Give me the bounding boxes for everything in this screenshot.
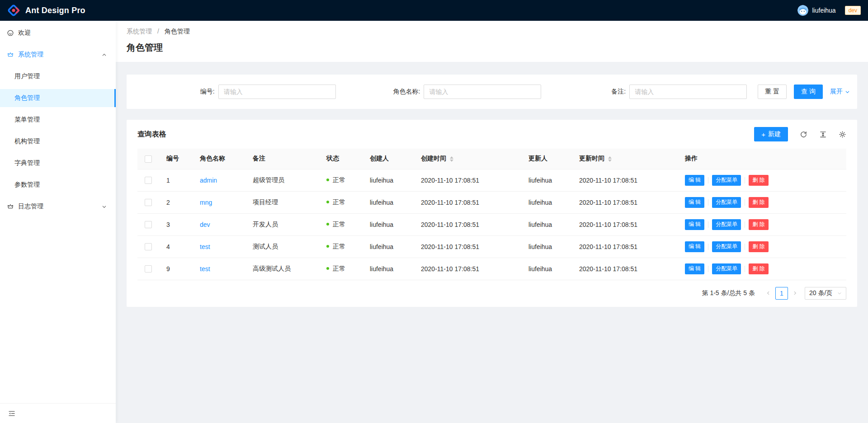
search-button[interactable]: 查 询 [794,85,823,99]
new-button[interactable]: + 新建 [754,127,788,141]
user-menu[interactable]: liufeihua [797,5,839,16]
expand-toggle[interactable]: 展开 [830,88,850,96]
cell-id: 2 [159,191,193,213]
delete-button[interactable]: 删 除 [749,197,768,208]
column-height-icon[interactable] [819,131,827,138]
field-role-name-input[interactable] [424,85,541,99]
sidebar-item-label: 参数管理 [14,181,40,189]
table-toolbar: 查询表格 + 新建 [127,120,857,149]
sidebar-item-params[interactable]: 参数管理 [0,176,116,194]
cell-created: 2020-11-10 17:08:51 [414,191,521,213]
role-name-link[interactable]: test [200,243,210,250]
col-status: 状态 [319,149,363,169]
crown-icon [7,203,14,210]
col-created[interactable]: 创建时间 [414,149,521,169]
chevron-left-icon [766,291,771,296]
page-number-active[interactable]: 1 [775,287,788,300]
assign-menu-button[interactable]: 分配菜单 [712,219,741,230]
edit-button[interactable]: 编 辑 [685,219,704,230]
prev-page-button[interactable] [763,291,774,296]
sidebar-item-dicts[interactable]: 字典管理 [0,154,116,172]
next-page-button[interactable] [790,291,800,296]
row-checkbox[interactable] [145,265,152,273]
cell-updater: liufeihua [521,169,572,191]
col-ops: 操作 [678,149,846,169]
sidebar-group-label: 日志管理 [18,202,43,211]
sidebar-group-system[interactable]: 系统管理 [0,46,116,64]
status-dot [326,245,329,248]
cell-creator: liufeihua [363,258,414,280]
field-remark-label: 备注: [611,88,626,96]
sidebar-item-orgs[interactable]: 机构管理 [0,132,116,150]
edit-button[interactable]: 编 辑 [685,241,704,252]
status-dot [326,201,329,203]
sort-carets-icon[interactable] [450,156,453,162]
table-header-row: 编号 角色名称 备注 状态 创建人 创建时间 更新人 更新时间 操作 [137,149,846,169]
sidebar-item-menus[interactable]: 菜单管理 [0,111,116,129]
role-name-link[interactable]: admin [200,177,217,184]
expand-label: 展开 [830,88,843,96]
app-logo[interactable]: Ant Design Pro [7,4,85,17]
sidebar-item-label: 机构管理 [14,137,40,146]
chevron-down-icon [837,291,842,296]
delete-button[interactable]: 删 除 [749,241,768,252]
sidebar-group-logs[interactable]: 日志管理 [0,197,116,216]
chevron-right-icon [793,291,797,296]
sidebar-collapse-trigger[interactable] [0,403,116,423]
cell-remark: 开发人员 [245,213,319,235]
field-remark: 备注: [548,85,754,99]
status-badge: 正常 [333,198,345,206]
role-name-link[interactable]: dev [200,221,210,228]
select-all-checkbox[interactable] [145,155,152,163]
new-button-label: 新建 [768,130,781,138]
sidebar-item-roles[interactable]: 角色管理 [0,89,116,107]
reload-icon[interactable] [800,131,807,138]
cell-id: 9 [159,258,193,280]
field-remark-input[interactable] [629,85,747,99]
row-checkbox[interactable] [145,199,152,206]
row-checkbox[interactable] [145,221,152,228]
role-name-link[interactable]: mng [200,199,212,206]
cell-updated: 2020-11-10 17:08:51 [572,213,678,235]
status-badge: 正常 [333,221,345,228]
reset-button[interactable]: 重 置 [758,85,787,99]
cell-remark: 高级测试人员 [245,258,319,280]
sidebar-item-users[interactable]: 用户管理 [0,67,116,85]
cell-creator: liufeihua [363,235,414,258]
cell-remark: 超级管理员 [245,169,319,191]
settings-gear-icon[interactable] [839,131,846,138]
sidebar-item-label: 角色管理 [14,94,40,102]
col-name: 角色名称 [193,149,245,169]
table-card-title: 查询表格 [137,130,166,139]
assign-menu-button[interactable]: 分配菜单 [712,241,741,252]
vertical-divider [708,199,708,206]
sidebar-item-label: 欢迎 [18,29,31,37]
app-title: Ant Design Pro [25,6,85,15]
delete-button[interactable]: 删 除 [749,219,768,230]
cell-created: 2020-11-10 17:08:51 [414,169,521,191]
page-size-select[interactable]: 20 条/页 [805,287,846,300]
delete-button[interactable]: 删 除 [749,175,768,186]
row-checkbox[interactable] [145,177,152,184]
breadcrumb-parent[interactable]: 系统管理 [127,28,152,35]
cell-remark: 测试人员 [245,235,319,258]
page-header: 系统管理 / 角色管理 角色管理 [116,21,868,62]
sidebar-item-welcome[interactable]: 欢迎 [0,24,116,42]
assign-menu-button[interactable]: 分配菜单 [712,175,741,186]
edit-button[interactable]: 编 辑 [685,175,704,186]
edit-button[interactable]: 编 辑 [685,197,704,208]
edit-button[interactable]: 编 辑 [685,263,704,274]
col-updated[interactable]: 更新时间 [572,149,678,169]
cell-created: 2020-11-10 17:08:51 [414,258,521,280]
table-row: 2 mng 项目经理 正常 liufeihua 2020-11-10 17:08… [137,191,846,213]
vertical-divider [745,244,745,250]
delete-button[interactable]: 删 除 [749,263,768,274]
row-checkbox[interactable] [145,243,152,250]
vertical-divider [745,177,745,183]
assign-menu-button[interactable]: 分配菜单 [712,263,741,274]
assign-menu-button[interactable]: 分配菜单 [712,197,741,208]
field-id-input[interactable] [218,85,336,99]
cell-updated: 2020-11-10 17:08:51 [572,191,678,213]
sort-carets-icon[interactable] [608,156,612,162]
role-name-link[interactable]: test [200,265,210,273]
